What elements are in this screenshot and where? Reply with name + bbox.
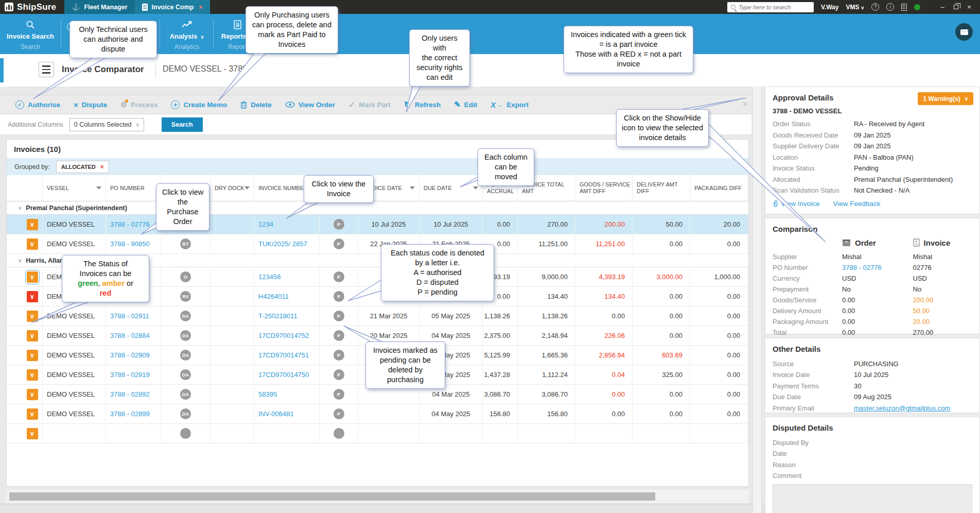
- primary-email-link[interactable]: master.seluzon@gtmailplus.com: [854, 403, 950, 414]
- comment-box[interactable]: [773, 484, 972, 513]
- authorise-button[interactable]: ✓Authorise: [15, 100, 60, 109]
- mark-part-button[interactable]: ✓Mark Part: [348, 100, 391, 110]
- columns-select[interactable]: 0 Columns Selected∨: [69, 118, 144, 131]
- restore-button[interactable]: [949, 0, 962, 14]
- close-button[interactable]: ×: [962, 0, 976, 14]
- callout-purchasing-users: Only Purchasing users can process, delet…: [246, 6, 338, 54]
- view-order-button[interactable]: View Order: [285, 101, 335, 109]
- search-input[interactable]: [739, 4, 806, 10]
- po-link[interactable]: 3788 - 90850: [106, 234, 161, 253]
- col-po-number[interactable]: PO NUMBER: [106, 175, 161, 201]
- part-invoice-toggle[interactable]: ∨: [27, 219, 38, 230]
- invoice-link[interactable]: INV-006481: [254, 404, 320, 423]
- invoice-link[interactable]: 17CD970014752: [254, 326, 320, 345]
- tab-invoice-comparator[interactable]: Invoice Comp ×: [135, 0, 210, 14]
- col-vessel[interactable]: VESSEL: [43, 175, 106, 201]
- part-invoice-toggle[interactable]: ∨: [27, 271, 38, 283]
- tab-fleet-manager[interactable]: ⚓ Fleet Manager: [64, 0, 134, 14]
- part-invoice-toggle[interactable]: ∨: [27, 238, 38, 250]
- part-invoice-toggle[interactable]: ∨: [27, 408, 38, 420]
- filter-icon[interactable]: [96, 186, 101, 190]
- process-button[interactable]: ⚙Process: [120, 100, 157, 109]
- part-invoice-toggle[interactable]: ∨: [27, 428, 38, 439]
- horizontal-scrollbar[interactable]: [6, 490, 749, 503]
- filter-icon[interactable]: [473, 186, 478, 190]
- table-row[interactable]: ∨ DEMO VESSEL 3788 - 90850 RT TUK/2025/ …: [7, 234, 748, 254]
- release-notes-icon[interactable]: [901, 4, 907, 11]
- paperclip-icon: [773, 200, 778, 208]
- view-invoice-link[interactable]: View Invoice: [773, 200, 820, 208]
- view-feedback-link[interactable]: View Feedback: [833, 200, 881, 208]
- invoice-link[interactable]: 1234: [254, 215, 320, 234]
- invoice-link[interactable]: 58395: [254, 385, 320, 404]
- search-button[interactable]: Search: [162, 117, 203, 132]
- part-invoice-toggle[interactable]: ∨: [27, 389, 38, 400]
- invoice-link[interactable]: TUK/2025/ 2857: [254, 234, 320, 253]
- table-row[interactable]: ∨ DEMO VESSEL 3788 - 02899 DA INV-006481…: [7, 404, 748, 424]
- refresh-button[interactable]: ↻Refresh: [404, 99, 441, 110]
- edit-button[interactable]: ✎Edit: [454, 100, 477, 109]
- group-header[interactable]: ∨Premal Panchal (Superintendent): [7, 201, 748, 215]
- menu-button[interactable]: [39, 62, 54, 77]
- tab-close-icon[interactable]: ×: [199, 4, 203, 11]
- po-link[interactable]: 3788 - 02919: [106, 365, 161, 384]
- callout-status-colors: The Status of Invoices can be green, amb…: [62, 255, 149, 302]
- delete-button[interactable]: Delete: [240, 101, 272, 109]
- chat-button[interactable]: [955, 23, 973, 41]
- invoice-link[interactable]: 123456: [254, 267, 320, 286]
- po-link[interactable]: 3788 - 02776: [842, 262, 913, 273]
- group-chip-allocated[interactable]: ALLOCATED×: [56, 161, 109, 173]
- invoice-link[interactable]: H4264011: [254, 287, 320, 306]
- po-link[interactable]: 3788 - 02911: [106, 306, 161, 326]
- po-link[interactable]: 3788 - 02884: [106, 326, 161, 345]
- vms-menu[interactable]: VMS∨: [846, 4, 864, 11]
- table-row[interactable]: ∨: [7, 424, 748, 443]
- invoice-link[interactable]: 17CD970014750: [254, 365, 320, 384]
- invoice-link[interactable]: T-250218011: [254, 306, 320, 326]
- part-invoice-toggle[interactable]: ∨: [27, 291, 38, 302]
- col-dry-dock[interactable]: DRY DOCK: [211, 175, 254, 201]
- col-delivery-diff[interactable]: DELIVERY AMT DIFF: [633, 175, 690, 201]
- accent-bar: [0, 58, 4, 82]
- global-search[interactable]: [727, 2, 814, 12]
- create-memo-button[interactable]: +Create Memo: [171, 100, 227, 109]
- refresh-icon: ↻: [404, 99, 411, 110]
- po-link[interactable]: 3788 - 02909: [106, 346, 161, 365]
- minimize-button[interactable]: –: [936, 0, 949, 14]
- app-logo: ShipSure: [0, 2, 64, 12]
- filter-icon[interactable]: [410, 186, 415, 190]
- export-button[interactable]: X→Export: [491, 100, 529, 109]
- po-link[interactable]: [106, 424, 161, 443]
- part-invoice-toggle[interactable]: ∨: [27, 311, 38, 322]
- callout-pending-delete: Invoices marked as pending can be delete…: [365, 341, 445, 389]
- invoice-link[interactable]: [254, 424, 320, 443]
- info-icon[interactable]: i: [886, 3, 894, 11]
- help-icon[interactable]: ?: [871, 3, 879, 11]
- col-packaging-diff[interactable]: PACKAGING DIFF: [690, 175, 748, 201]
- po-link[interactable]: 3788 - 02899: [106, 404, 161, 423]
- invoice-link[interactable]: 17CD970014751: [254, 346, 320, 365]
- vertical-scrollbar[interactable]: [752, 87, 762, 513]
- col-due-date[interactable]: DUE DATE: [419, 175, 483, 201]
- part-invoice-toggle[interactable]: ∨: [27, 330, 38, 341]
- table-row[interactable]: ∨ DEMO VESSEL 3788 - 02776 RA 1234 P 10 …: [7, 215, 748, 234]
- warnings-button[interactable]: 1 Warning(s)∨: [918, 92, 973, 105]
- ribbon-invoice-search[interactable]: Invoice Search Search: [4, 19, 57, 50]
- invoice-status-badge: P: [334, 271, 344, 282]
- scrollbar-thumb[interactable]: [9, 492, 655, 501]
- show-hide-panel-icon[interactable]: >: [743, 99, 747, 108]
- po-status-badge: DA: [180, 369, 191, 380]
- col-goods-diff[interactable]: GOODS / SERVICE AMT DIFF: [575, 175, 633, 201]
- callout-view-invoice: Click to view the Invoice: [304, 175, 374, 203]
- po-link[interactable]: 3788 - 02776: [106, 215, 161, 234]
- dispute-button[interactable]: ×Dispute: [74, 100, 107, 109]
- invoice-column-header: $ Invoice: [913, 238, 972, 247]
- filter-icon[interactable]: [244, 186, 250, 190]
- po-link[interactable]: 3788 - 02892: [106, 385, 161, 404]
- part-invoice-toggle[interactable]: ∨: [27, 350, 38, 361]
- remove-chip-icon[interactable]: ×: [100, 163, 104, 170]
- ribbon-analysis[interactable]: Analysis ∨ Analytics: [165, 19, 209, 50]
- user-menu[interactable]: V.Way: [821, 4, 838, 11]
- table-row[interactable]: ∨ DEMO VESSEL 3788 - 02911 DA T-25021801…: [7, 306, 748, 326]
- part-invoice-toggle[interactable]: ∨: [27, 369, 38, 381]
